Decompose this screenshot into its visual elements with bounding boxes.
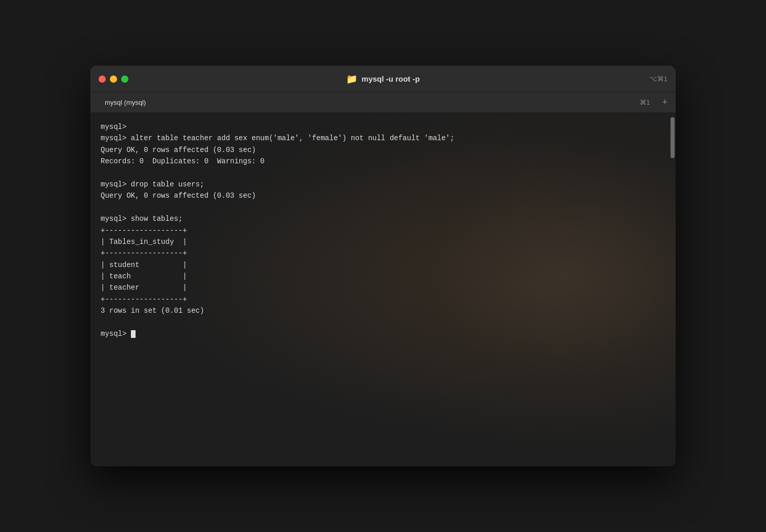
- window-title-group: 📁 mysql -u root -p: [346, 73, 419, 85]
- terminal-body[interactable]: mysql> mysql> alter table teacher add se…: [90, 113, 676, 466]
- terminal-cursor: [131, 330, 136, 338]
- terminal-window: 📁 mysql -u root -p ⌥⌘1 mysql (mysql) ⌘1 …: [90, 66, 676, 466]
- scrollbar-thumb[interactable]: [671, 117, 675, 158]
- window-title: mysql -u root -p: [361, 74, 419, 83]
- folder-icon: 📁: [346, 73, 357, 85]
- close-button[interactable]: [99, 75, 106, 83]
- tab-mysql[interactable]: mysql (mysql): [99, 99, 152, 106]
- title-shortcut: ⌥⌘1: [649, 75, 667, 83]
- tab-bar: mysql (mysql) ⌘1 +: [90, 92, 676, 113]
- tab-shortcut: ⌘1: [640, 99, 650, 106]
- terminal-content[interactable]: mysql> mysql> alter table teacher add se…: [90, 113, 676, 466]
- scrollbar[interactable]: [671, 115, 675, 464]
- maximize-button[interactable]: [121, 75, 128, 83]
- title-bar: 📁 mysql -u root -p ⌥⌘1: [90, 66, 676, 92]
- terminal-output: mysql> mysql> alter table teacher add se…: [101, 121, 665, 339]
- new-tab-button[interactable]: +: [662, 97, 667, 108]
- traffic-lights: [99, 75, 128, 83]
- minimize-button[interactable]: [110, 75, 117, 83]
- scrollbar-track: [671, 115, 675, 464]
